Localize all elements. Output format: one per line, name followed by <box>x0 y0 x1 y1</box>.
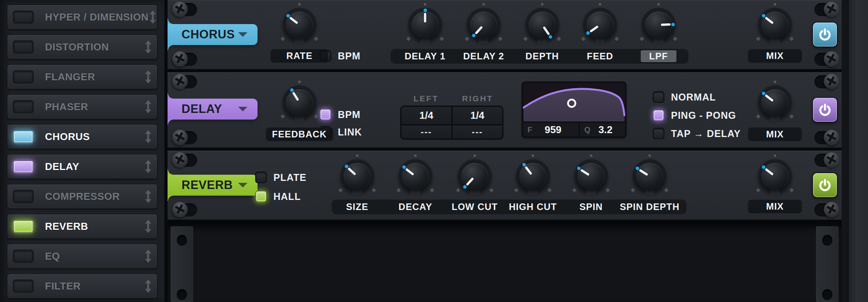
frequency-value[interactable]: 959 <box>532 124 574 136</box>
delay-power-button[interactable] <box>813 98 837 122</box>
knob-delay-1[interactable] <box>408 8 442 42</box>
fx-enable-led[interactable] <box>13 100 34 113</box>
reverb-plate-label: PLATE <box>273 172 306 183</box>
knob-size[interactable] <box>340 159 374 193</box>
sidebar-item-flanger[interactable]: FLANGER <box>7 64 157 89</box>
knob-label-delay-1: DELAY 1 <box>394 49 456 64</box>
sidebar-item-label: PHASER <box>45 101 88 113</box>
knob-value-dot <box>751 78 799 127</box>
knob-decay[interactable] <box>398 159 432 193</box>
knob-max-tick <box>372 188 376 192</box>
knob-feedback[interactable] <box>282 85 316 120</box>
knob-min-tick <box>523 36 527 41</box>
sidebar-item-distortion[interactable]: DISTORTION <box>7 35 157 59</box>
sidebar-item-eq[interactable]: EQ <box>7 244 157 269</box>
fx-enable-led[interactable] <box>13 40 34 54</box>
filter-frequency-field[interactable]: F 959 <box>523 123 579 137</box>
delay-effect-selector[interactable]: DELAY <box>168 99 258 120</box>
delay-filter-curve[interactable] <box>523 83 625 121</box>
knob-value-dot <box>509 152 557 200</box>
knob-label-spin: SPIN <box>560 200 622 214</box>
filter-q-field[interactable]: Q 3.2 <box>580 123 625 137</box>
fx-enable-led[interactable] <box>13 130 34 143</box>
drag-reorder-icon[interactable] <box>144 219 152 233</box>
drag-reorder-icon[interactable] <box>149 10 157 24</box>
rack-frame-right-rail <box>848 0 868 302</box>
drag-reorder-icon[interactable] <box>144 249 152 263</box>
knob-mix[interactable] <box>758 159 792 193</box>
delay-mode-ping-pong-label: PING - PONG <box>671 110 736 121</box>
knob-high-cut[interactable] <box>516 159 550 193</box>
checkbox-icon <box>653 128 664 139</box>
sidebar-item-filter[interactable]: FILTER <box>7 274 157 299</box>
delay-time-left-value[interactable]: 1/4 <box>401 107 451 124</box>
knob-feed[interactable] <box>583 8 617 42</box>
knob-lpf[interactable] <box>641 8 676 42</box>
sidebar-item-compressor[interactable]: COMPRESSOR <box>7 184 157 209</box>
screw-icon <box>814 131 839 144</box>
drag-reorder-icon[interactable] <box>144 279 152 293</box>
drag-reorder-icon[interactable] <box>144 100 152 114</box>
knob-depth[interactable] <box>525 8 559 42</box>
sidebar-item-phaser[interactable]: PHASER <box>7 94 157 119</box>
delay-mode-normal-label: NORMAL <box>671 92 716 103</box>
knob-low-cut[interactable] <box>458 159 492 193</box>
chorus-power-button[interactable] <box>813 23 837 47</box>
reverb-power-button[interactable] <box>813 173 837 197</box>
knob-max-tick <box>614 36 619 41</box>
knob-spin[interactable] <box>574 159 608 193</box>
reverb-hall-checkbox[interactable]: HALL <box>255 191 301 202</box>
delay-mode-tap-delay[interactable]: TAP → DELAY <box>653 128 741 139</box>
q-letter: Q <box>584 125 591 134</box>
knob-max-tick <box>664 188 668 192</box>
drag-reorder-icon[interactable] <box>144 70 152 84</box>
reverb-effect-selector[interactable]: REVERB <box>168 175 258 196</box>
reverb-plate-checkbox[interactable]: PLATE <box>255 172 306 183</box>
delay-offset-right-value[interactable]: --- <box>453 125 503 139</box>
delay-mode-normal[interactable]: NORMAL <box>653 91 716 103</box>
delay-filter-display[interactable]: F 959 Q 3.2 <box>522 82 626 138</box>
knob-label-mix: MIX <box>748 127 802 141</box>
knob-spin-depth[interactable] <box>633 159 667 193</box>
q-value[interactable]: 3.2 <box>590 124 621 136</box>
delay-bpm-checkbox[interactable]: BPM <box>320 109 361 120</box>
knob-mix[interactable] <box>758 85 792 120</box>
knob-mix[interactable] <box>758 8 792 42</box>
fx-enable-led[interactable] <box>13 70 34 83</box>
chorus-bpm-label: BPM <box>338 50 361 62</box>
drag-reorder-icon[interactable] <box>144 130 152 144</box>
knob-rate[interactable] <box>282 8 316 42</box>
sidebar-item-delay[interactable]: DELAY <box>7 154 157 179</box>
chevron-down-icon <box>238 107 247 111</box>
drag-reorder-icon[interactable] <box>144 189 152 203</box>
sidebar-item-hyper-dimension[interactable]: HYPER / DIMENSION <box>7 5 157 30</box>
knob-value-dot <box>641 7 676 42</box>
fx-slot-list: HYPER / DIMENSIONDISTORTIONFLANGERPHASER… <box>7 5 157 299</box>
delay-offset-left-value[interactable]: --- <box>401 125 451 139</box>
fx-enable-led[interactable] <box>13 160 34 173</box>
screw-icon <box>814 203 839 217</box>
knob-min-tick <box>572 188 576 192</box>
sidebar-item-chorus[interactable]: CHORUS <box>7 124 157 149</box>
fx-enable-led[interactable] <box>13 10 34 24</box>
drag-reorder-icon[interactable] <box>144 160 152 174</box>
knob-value-dot <box>275 1 323 49</box>
chevron-down-icon <box>238 32 247 37</box>
reverb-hall-label: HALL <box>273 191 301 202</box>
knob-value-dot <box>451 152 499 200</box>
fx-enable-led[interactable] <box>13 279 34 293</box>
empty-rack-slot <box>168 224 842 302</box>
delay-left-column-header: LEFT <box>400 94 452 103</box>
delay-time-right-value[interactable]: 1/4 <box>453 107 503 124</box>
fx-enable-led[interactable] <box>13 250 34 263</box>
fx-enable-led[interactable] <box>13 220 34 233</box>
fx-enable-led[interactable] <box>13 190 34 203</box>
delay-mode-ping-pong[interactable]: PING - PONG <box>653 109 736 121</box>
sidebar-item-reverb[interactable]: REVERB <box>7 214 157 239</box>
knob-max-tick <box>430 188 434 192</box>
checkbox-icon <box>653 91 664 103</box>
knob-delay-2[interactable] <box>467 8 501 42</box>
knob-label-lpf[interactable]: LPF <box>641 50 676 62</box>
drag-reorder-icon[interactable] <box>144 40 152 54</box>
chorus-effect-selector[interactable]: CHORUS <box>168 24 258 45</box>
